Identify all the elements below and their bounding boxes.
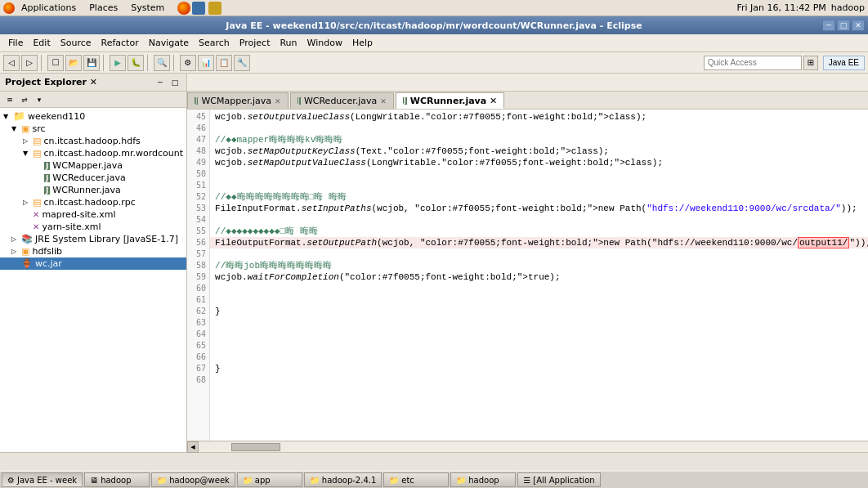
- tree-item-rpc[interactable]: ▷ ▤ cn.itcast.hadoop.rpc: [0, 196, 186, 208]
- menu-file[interactable]: File: [3, 36, 28, 50]
- tree-item-wcrunner[interactable]: ▷ J WCRunner.java: [0, 184, 186, 196]
- tree-item-yarn-xml[interactable]: ▷ ✕ yarn-site.xml: [0, 221, 186, 233]
- horizontal-scrollbar[interactable]: ◀ ▶: [187, 441, 868, 452]
- code-line[interactable]: //◆◆mapper晦晦晦晦kv晦晦晦: [210, 134, 868, 146]
- tab-close-btn[interactable]: ✕: [380, 97, 387, 105]
- link-editor-btn[interactable]: ⇌: [18, 93, 31, 106]
- menu-help[interactable]: Help: [347, 36, 378, 50]
- tree-item-wordcount[interactable]: ▼ ▤ cn.itcast.hadoop.mr.wordcount: [0, 147, 186, 159]
- hscroll-thumb[interactable]: [231, 443, 280, 451]
- taskbar-item-hadoop2[interactable]: 📁 hadoop: [450, 472, 516, 487]
- hscroll-left-btn[interactable]: ◀: [187, 441, 199, 453]
- task-icon: 📁: [243, 476, 253, 485]
- code-line[interactable]: //◆◆◆◆◆◆◆◆◆◆□晦 晦晦: [210, 226, 868, 237]
- menu-source[interactable]: Source: [56, 36, 96, 50]
- tb-open-btn[interactable]: 📂: [65, 55, 82, 71]
- code-line[interactable]: wcjob.setOutputValueClass(LongWritable."…: [210, 111, 868, 123]
- code-line[interactable]: //晦晦job晦晦晦晦晦晦晦晦: [210, 260, 868, 271]
- menu-run[interactable]: Run: [275, 36, 302, 50]
- taskbar-item-app[interactable]: 📁 app: [237, 472, 302, 487]
- menu-project[interactable]: Project: [235, 36, 275, 50]
- applications-menu[interactable]: Applications: [18, 2, 79, 14]
- java-icon: J: [44, 162, 50, 170]
- code-line[interactable]: [210, 317, 868, 329]
- code-line[interactable]: wcjob.waitForCompletion("color:#7f0055;f…: [210, 271, 868, 283]
- tb-perspective-btn[interactable]: ⊞: [803, 56, 818, 70]
- tb-run-btn[interactable]: ▶: [110, 55, 126, 71]
- tree-item-wcreducer[interactable]: ▷ J WCReducer.java: [0, 172, 186, 184]
- tree-item-jre[interactable]: ▷ 📚 JRE System Library [JavaSE-1.7]: [0, 233, 186, 245]
- tb-fwd-btn[interactable]: ▷: [21, 55, 38, 71]
- taskbar-item-allapps[interactable]: ☰ [All Application: [517, 472, 600, 487]
- minimize-button[interactable]: ─: [822, 20, 835, 31]
- tree-item-mapred-xml[interactable]: ▷ ✕ mapred-site.xml: [0, 208, 186, 221]
- code-line[interactable]: [210, 374, 868, 386]
- code-line[interactable]: //◆◆晦晦晦晦晦晦晦晦□晦 晦晦: [210, 191, 868, 203]
- tree-label: wc.jar: [35, 258, 62, 269]
- code-line[interactable]: [210, 248, 868, 260]
- code-line[interactable]: [210, 340, 868, 351]
- code-line[interactable]: [210, 214, 868, 226]
- line-number: 47: [187, 134, 209, 146]
- tb-btn-8[interactable]: 🔧: [234, 55, 250, 71]
- tb-debug-btn[interactable]: 🐛: [128, 55, 144, 71]
- tree-item-wc-jar[interactable]: ▷ 🏺 wc.jar: [0, 257, 186, 270]
- taskbar-item-hadoopweek[interactable]: 📁 hadoop@week: [151, 472, 235, 487]
- taskbar-item-etc[interactable]: 📁 etc: [383, 472, 449, 487]
- quick-access-input[interactable]: [704, 56, 802, 70]
- tb-separator-2: [103, 55, 106, 71]
- tab-wcreducer[interactable]: J WCReducer.java ✕: [290, 92, 394, 109]
- code-line[interactable]: [210, 294, 868, 306]
- sidebar-minimize-btn[interactable]: ─: [154, 76, 167, 89]
- taskbar-item-eclipse[interactable]: ⚙ Java EE - week: [2, 472, 83, 487]
- tree-item-wcmapper[interactable]: ▷ J WCMapper.java: [0, 159, 186, 172]
- menu-search[interactable]: Search: [194, 36, 235, 50]
- code-line[interactable]: [210, 168, 868, 180]
- tab-wcmapper[interactable]: J WCMapper.java ✕: [187, 92, 288, 109]
- code-line[interactable]: wcjob.setMapOutputKeyClass(Text."color:#…: [210, 146, 868, 157]
- sidebar-header: Project Explorer ✕ ─ □: [0, 74, 186, 92]
- code-line[interactable]: wcjob.setMapOutputValueClass(LongWritabl…: [210, 157, 868, 168]
- menu-navigate[interactable]: Navigate: [144, 36, 194, 50]
- tb-search-btn[interactable]: 🔍: [154, 55, 170, 71]
- sidebar-menu-btn[interactable]: ▾: [33, 93, 46, 106]
- menu-refactor[interactable]: Refactor: [96, 36, 144, 50]
- code-line[interactable]: FileInputFormat.setInputPaths(wcjob, "co…: [210, 203, 868, 214]
- menu-window[interactable]: Window: [302, 36, 347, 50]
- tb-back-btn[interactable]: ◁: [3, 55, 20, 71]
- tree-item-hdfs[interactable]: ▷ ▤ cn.itcast.hadoop.hdfs: [0, 135, 186, 147]
- code-content[interactable]: wcjob.setOutputValueClass(LongWritable."…: [210, 110, 868, 441]
- code-line[interactable]: [210, 123, 868, 134]
- hscroll-track[interactable]: [199, 442, 868, 452]
- close-button[interactable]: ✕: [852, 20, 865, 31]
- java-ee-perspective-button[interactable]: Java EE: [823, 56, 865, 70]
- tb-btn-6[interactable]: 📊: [198, 55, 214, 71]
- system-menu[interactable]: System: [128, 2, 168, 14]
- code-line[interactable]: }: [210, 363, 868, 374]
- code-line[interactable]: [210, 180, 868, 191]
- menu-edit[interactable]: Edit: [28, 36, 55, 50]
- tree-item-hdfslib[interactable]: ▷ ▣ hdfslib: [0, 245, 186, 257]
- tree-item-src[interactable]: ▼ ▣ src: [0, 123, 186, 135]
- taskbar-item-hadoop241[interactable]: 📁 hadoop-2.4.1: [304, 472, 382, 487]
- code-line[interactable]: }: [210, 306, 868, 317]
- tab-close-btn[interactable]: ✕: [275, 97, 281, 105]
- tb-btn-7[interactable]: 📋: [216, 55, 232, 71]
- tb-save-btn[interactable]: 💾: [83, 55, 100, 71]
- sidebar-maximize-btn[interactable]: □: [168, 76, 181, 89]
- taskbar-item-hadoop[interactable]: 🖥 hadoop: [84, 472, 150, 487]
- code-line[interactable]: [210, 351, 868, 363]
- tree-item-weekend110[interactable]: ▼ 📁 weekend110: [0, 110, 186, 123]
- tree-arrow: ▷: [11, 235, 20, 243]
- tab-wcrunner[interactable]: J WCRunner.java ✕: [396, 92, 504, 109]
- sys-firefox-icon: [3, 2, 15, 14]
- line-number: 63: [187, 317, 209, 329]
- code-line[interactable]: [210, 283, 868, 294]
- code-line[interactable]: FileOutputFormat.setOutputPath(wcjob, "c…: [210, 237, 868, 248]
- code-line[interactable]: [210, 329, 868, 340]
- tb-new-btn[interactable]: ☐: [47, 55, 64, 71]
- maximize-button[interactable]: □: [837, 20, 850, 31]
- tb-btn-5[interactable]: ⚙: [180, 55, 196, 71]
- collapse-all-btn[interactable]: ≡: [3, 93, 16, 106]
- places-menu[interactable]: Places: [86, 2, 121, 14]
